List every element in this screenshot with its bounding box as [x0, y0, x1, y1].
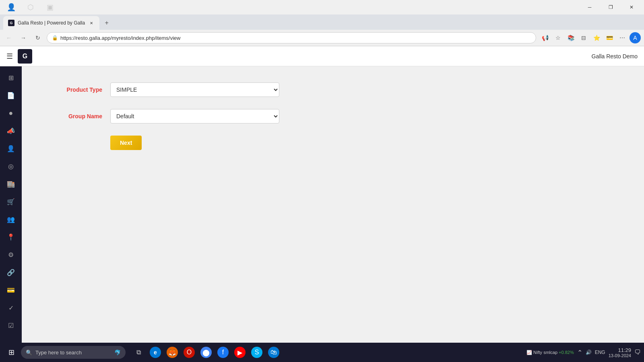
url-text: https://resto.galla.app/myresto/index.ph… [60, 35, 531, 41]
sidebar-item-marketing[interactable]: 📣 [3, 123, 19, 139]
sidebar-item-inventory[interactable]: 🏬 [3, 176, 19, 192]
cortana-icon: 🐬 [114, 350, 121, 356]
store-icon: 🛍 [268, 347, 279, 358]
search-icon: 🔍 [26, 350, 32, 356]
sidebar-item-settings[interactable]: ⚙ [3, 247, 19, 263]
more-button[interactable]: ⋯ [617, 32, 628, 43]
clock-time: 11:29 [609, 347, 631, 353]
tab-groups-btn[interactable]: ▣ [42, 0, 58, 15]
chrome-app[interactable]: ⬤ [198, 344, 214, 360]
edge-icon: e [150, 347, 161, 358]
favorites-button[interactable]: ☆ [552, 32, 564, 43]
profile-btn[interactable]: 👤 [3, 0, 19, 15]
restore-button[interactable]: ❐ [601, 0, 620, 14]
edge-app[interactable]: e [147, 344, 163, 360]
taskview-button[interactable]: ⧉ [130, 344, 147, 360]
sidebar-item-integrations[interactable]: 🔗 [3, 264, 19, 280]
tab-title: Galla Resto | Powered by Galla [18, 20, 85, 26]
window-controls: ─ ❐ ✕ [580, 0, 641, 14]
facebook-app[interactable]: f [215, 344, 231, 360]
split-screen-button[interactable]: ⊟ [578, 32, 589, 43]
firefox-icon: 🦊 [167, 347, 178, 358]
sidebar-item-checklist[interactable]: ☑ [3, 317, 19, 333]
back-button[interactable]: ← [3, 32, 14, 43]
sidebar-item-dashboard[interactable]: ⊞ [3, 70, 19, 86]
facebook-icon: f [217, 347, 229, 358]
skype-app[interactable]: S [249, 344, 265, 360]
chrome-icon: ⬤ [200, 347, 212, 358]
sidebar: ⊞ 📄 ● 📣 👤 ◎ 🏬 🛒 👥 📍 ⚙ 🔗 💳 ✓ ☑ [0, 66, 22, 362]
sidebar-item-location[interactable]: 📍 [3, 229, 19, 245]
app-header: ☰ G Galla Resto Demo [0, 46, 644, 66]
volume-icon[interactable]: 🔊 [586, 350, 592, 355]
next-button-row: Next [54, 136, 612, 150]
stock-info: 📈 Nifty smlcap +0.82% [526, 350, 574, 355]
new-tab-button[interactable]: + [101, 17, 112, 29]
taskbar: ⊞ 🔍 Type here to search 🐬 ⧉ e 🦊 O ⬤ f ▶ … [0, 343, 644, 362]
close-button[interactable]: ✕ [622, 0, 641, 14]
sidebar-item-staff[interactable]: 👥 [3, 211, 19, 227]
form-area: Product Type SIMPLE VARIABLE GROUPED Gro… [22, 66, 644, 362]
read-aloud-button[interactable]: 📢 [539, 32, 551, 43]
collections-button[interactable]: 📚 [565, 32, 576, 43]
app-logo: G [18, 49, 32, 64]
tab-bar: G Galla Resto | Powered by Galla ✕ + [0, 14, 644, 30]
menu-toggle-button[interactable]: ☰ [6, 52, 13, 61]
address-bar: ← → ↻ 🔒 https://resto.galla.app/myresto/… [0, 30, 644, 46]
app-title: Galla Resto Demo [592, 53, 638, 60]
skype-icon: S [251, 347, 262, 358]
sidebar-item-reports[interactable]: 📄 [3, 87, 19, 103]
group-name-row: Group Name Default Beverages Main Course… [54, 109, 612, 123]
youtube-app[interactable]: ▶ [232, 344, 248, 360]
start-button[interactable]: ⊞ [3, 344, 19, 360]
youtube-icon: ▶ [234, 347, 246, 358]
language-indicator: ENG [595, 350, 605, 355]
group-name-label: Group Name [54, 113, 102, 119]
forward-button[interactable]: → [18, 32, 29, 43]
app-header-left: ☰ G [6, 49, 32, 64]
lock-icon: 🔒 [52, 35, 58, 41]
tab-close-button[interactable]: ✕ [88, 20, 95, 26]
opera-app[interactable]: O [181, 344, 197, 360]
product-type-label: Product Type [54, 86, 102, 93]
title-bar-left: 👤 ⬡ ▣ [3, 0, 58, 15]
browser-profile-icon[interactable]: A [630, 32, 641, 43]
browser-favorites-button[interactable]: ⭐ [591, 32, 602, 43]
taskbar-clock[interactable]: 11:29 13-09-2024 [609, 347, 631, 358]
wallet-button[interactable]: 💳 [604, 32, 615, 43]
clock-date: 13-09-2024 [609, 353, 631, 358]
store-app[interactable]: 🛍 [266, 344, 282, 360]
taskbar-right: 📈 Nifty smlcap +0.82% ⌃ 🔊 ENG 11:29 13-0… [526, 347, 641, 358]
sidebar-item-analytics[interactable]: ● [3, 105, 19, 121]
url-bar[interactable]: 🔒 https://resto.galla.app/myresto/index.… [47, 32, 536, 43]
opera-icon: O [184, 347, 195, 358]
title-bar: 👤 ⬡ ▣ ─ ❐ ✕ [0, 0, 644, 14]
active-tab[interactable]: G Galla Resto | Powered by Galla ✕ [3, 16, 99, 30]
search-text: Type here to search [35, 350, 82, 356]
sidebar-item-accounts[interactable]: 👤 [3, 140, 19, 156]
sidebar-item-visibility[interactable]: ◎ [3, 158, 19, 174]
browser-chrome: 👤 ⬡ ▣ ─ ❐ ✕ G Galla Resto | Powered by G… [0, 0, 644, 46]
sidebar-item-orders[interactable]: 🛒 [3, 193, 19, 210]
next-button[interactable]: Next [110, 136, 142, 150]
taskbar-search[interactable]: 🔍 Type here to search 🐬 [21, 346, 126, 359]
main-content: Product Type SIMPLE VARIABLE GROUPED Gro… [22, 66, 644, 362]
notification-button[interactable]: 🗨 [634, 349, 641, 356]
firefox-app[interactable]: 🦊 [164, 344, 180, 360]
logo-text: G [23, 53, 27, 60]
minimize-button[interactable]: ─ [580, 0, 599, 14]
group-name-select[interactable]: Default Beverages Main Course Desserts [110, 109, 279, 123]
tab-favicon: G [8, 20, 14, 26]
workspaces-btn[interactable]: ⬡ [23, 0, 39, 15]
reload-button[interactable]: ↻ [32, 32, 43, 43]
sidebar-item-tasks[interactable]: ✓ [3, 300, 19, 316]
app-container: ⊞ 📄 ● 📣 👤 ◎ 🏬 🛒 👥 📍 ⚙ 🔗 💳 ✓ ☑ Product Ty… [0, 66, 644, 362]
taskbar-apps: ⧉ e 🦊 O ⬤ f ▶ S 🛍 [130, 344, 282, 360]
toolbar-icons: 📢 ☆ 📚 ⊟ ⭐ 💳 ⋯ A [539, 32, 641, 43]
product-type-select[interactable]: SIMPLE VARIABLE GROUPED [110, 82, 279, 97]
product-type-row: Product Type SIMPLE VARIABLE GROUPED [54, 82, 612, 97]
sidebar-item-payments[interactable]: 💳 [3, 282, 19, 298]
system-icons: ⌃ [577, 349, 582, 356]
